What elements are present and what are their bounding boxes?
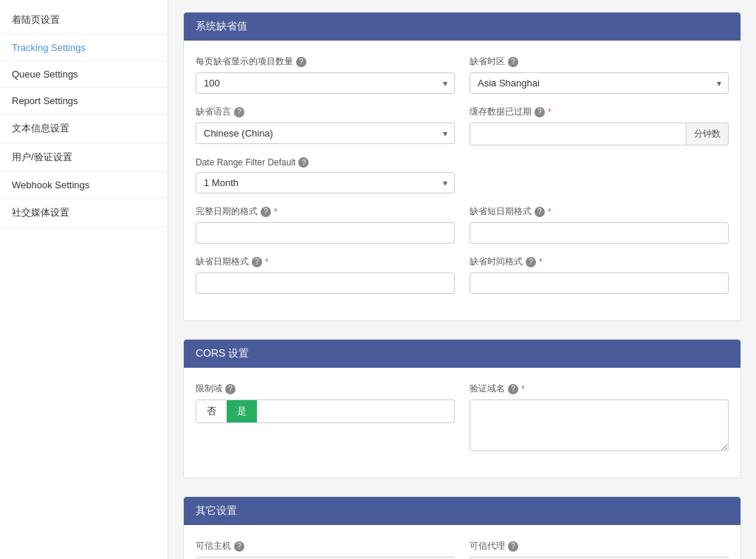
system-defaults-header: 系统缺省值: [184, 13, 740, 41]
cache-suffix: 分钟数: [687, 123, 729, 145]
other-settings-section: 其它设置 可信主机 ? 可信代理 ?: [183, 496, 741, 559]
group-language: 缺省语言 ? Chinese (China): [196, 106, 455, 145]
help-icon-full-date[interactable]: ?: [261, 207, 271, 217]
help-icon-time-format[interactable]: ?: [526, 257, 536, 267]
required-validate: *: [521, 384, 525, 394]
required-default-date: *: [265, 257, 269, 267]
sidebar-item-landing[interactable]: 着陆页设置: [0, 6, 168, 35]
group-full-date: 完整日期的格式 ? * F j, Y g:i a T: [196, 205, 455, 244]
label-items-per-page: 每页缺省显示的项目数量 ?: [196, 55, 455, 68]
timezone-select[interactable]: Asia Shanghai: [470, 72, 729, 94]
group-restrict-domain: 限制域 ? 否 是: [196, 383, 455, 451]
cors-section: CORS 设置 限制域 ? 否 是 验证域名 ?: [183, 339, 741, 479]
other-header: 其它设置: [184, 497, 740, 525]
row-cors: 限制域 ? 否 是 验证域名 ? *: [196, 383, 729, 451]
select-wrapper-timezone: Asia Shanghai: [470, 72, 729, 94]
group-time-format: 缺省时间格式 ? * g:i a: [470, 256, 729, 294]
row-items-timezone: 每页缺省显示的项目数量 ? 100 50 25 缺省时区 ?: [196, 55, 729, 94]
label-trusted-host: 可信主机 ?: [196, 540, 455, 552]
group-cache-expiry: 缓存数据已过期 ? * 10 分钟数: [470, 106, 729, 145]
label-validate-domain: 验证域名 ? *: [470, 383, 729, 395]
help-icon-timezone[interactable]: ?: [508, 57, 518, 67]
time-format-input[interactable]: g:i a: [470, 272, 729, 294]
help-icon-trusted-proxy[interactable]: ?: [508, 541, 518, 552]
restrict-domain-toggle: 否 是: [196, 399, 455, 423]
help-icon-validate[interactable]: ?: [508, 384, 518, 394]
group-trusted-host: 可信主机 ?: [196, 540, 455, 559]
group-timezone: 缺省时区 ? Asia Shanghai: [470, 55, 729, 94]
short-date-input[interactable]: D, M d: [470, 222, 729, 244]
select-wrapper-language: Chinese (China): [196, 123, 455, 144]
toggle-yes-btn[interactable]: 是: [227, 400, 257, 422]
label-cache-expiry: 缓存数据已过期 ? *: [470, 106, 729, 118]
group-short-date: 缺省短日期格式 ? * D, M d: [470, 205, 729, 244]
cors-body: 限制域 ? 否 是 验证域名 ? *: [184, 368, 740, 478]
label-restrict-domain: 限制域 ?: [196, 383, 455, 395]
main-content: 系统缺省值 每页缺省显示的项目数量 ? 100 50 25: [168, 0, 756, 559]
validate-domain-textarea[interactable]: [470, 399, 729, 451]
help-icon-language[interactable]: ?: [234, 107, 244, 117]
label-trusted-proxy: 可信代理 ?: [470, 540, 729, 552]
label-timezone: 缺省时区 ?: [470, 55, 729, 68]
group-validate-domain: 验证域名 ? *: [470, 383, 729, 451]
sidebar-item-report[interactable]: Report Settings: [0, 88, 168, 114]
group-trusted-proxy: 可信代理 ?: [470, 540, 729, 559]
sidebar-item-webhook[interactable]: Webhook Settings: [0, 172, 168, 199]
required-cache: *: [548, 107, 551, 117]
cache-expiry-input-group: 10 分钟数: [470, 123, 729, 145]
row-date-range: Date Range Filter Default ? 1 Month 3 Mo…: [196, 157, 729, 193]
items-per-page-select[interactable]: 100 50 25: [196, 72, 455, 94]
group-placeholder-right: [470, 157, 729, 193]
help-icon-restrict[interactable]: ?: [225, 384, 236, 394]
label-language: 缺省语言 ?: [196, 106, 455, 118]
group-date-range: Date Range Filter Default ? 1 Month 3 Mo…: [196, 157, 455, 193]
system-defaults-section: 系统缺省值 每页缺省显示的项目数量 ? 100 50 25: [183, 12, 741, 321]
sidebar-item-social[interactable]: 社交媒体设置: [0, 199, 168, 227]
row-language-cache: 缺省语言 ? Chinese (China) 缓存数据已过期 ? *: [196, 106, 729, 145]
full-date-input[interactable]: F j, Y g:i a T: [196, 222, 455, 244]
group-default-date: 缺省日期格式 ? * F j, Y: [196, 256, 455, 294]
required-time-format: *: [539, 257, 543, 267]
cors-header: CORS 设置: [184, 340, 740, 368]
sidebar-item-queue[interactable]: Queue Settings: [0, 61, 168, 88]
row-trusted: 可信主机 ? 可信代理 ?: [196, 540, 729, 559]
help-icon-short-date[interactable]: ?: [535, 207, 545, 217]
group-items-per-page: 每页缺省显示的项目数量 ? 100 50 25: [196, 55, 455, 94]
sidebar-item-user-auth[interactable]: 用户/验证设置: [0, 143, 168, 172]
select-wrapper-items: 100 50 25: [196, 72, 455, 94]
label-short-date: 缺省短日期格式 ? *: [470, 205, 729, 218]
other-body: 可信主机 ? 可信代理 ? IP 查找服务: [184, 525, 740, 559]
help-icon-date-range[interactable]: ?: [298, 157, 309, 168]
sidebar-item-text[interactable]: 文本信息设置: [0, 114, 168, 143]
label-date-range: Date Range Filter Default ?: [196, 157, 455, 168]
row-date-time-format: 缺省日期格式 ? * F j, Y 缺省时间格式 ? * g:i a: [196, 256, 729, 294]
label-time-format: 缺省时间格式 ? *: [470, 256, 729, 268]
required-short-date: *: [548, 207, 551, 217]
label-default-date: 缺省日期格式 ? *: [196, 256, 455, 268]
required-full-date: *: [274, 207, 278, 217]
sidebar-item-tracking[interactable]: Tracking Settings: [0, 35, 168, 61]
language-select[interactable]: Chinese (China): [196, 123, 455, 144]
date-range-select[interactable]: 1 Month 3 Months 6 Months 1 Year: [196, 172, 455, 193]
toggle-no-btn[interactable]: 否: [196, 400, 227, 422]
default-date-input[interactable]: F j, Y: [196, 272, 455, 294]
help-icon-items[interactable]: ?: [296, 57, 306, 67]
help-icon-cache[interactable]: ?: [535, 107, 545, 117]
row-full-short-date: 完整日期的格式 ? * F j, Y g:i a T 缺省短日期格式 ? * D…: [196, 205, 729, 244]
label-full-date: 完整日期的格式 ? *: [196, 205, 455, 218]
select-wrapper-date-range: 1 Month 3 Months 6 Months 1 Year: [196, 172, 455, 193]
sidebar: 着陆页设置 Tracking Settings Queue Settings R…: [0, 0, 168, 559]
help-icon-default-date[interactable]: ?: [252, 257, 262, 267]
system-defaults-body: 每页缺省显示的项目数量 ? 100 50 25 缺省时区 ?: [184, 41, 740, 320]
help-icon-trusted-host[interactable]: ?: [234, 541, 244, 552]
cache-expiry-input[interactable]: 10: [470, 123, 687, 145]
